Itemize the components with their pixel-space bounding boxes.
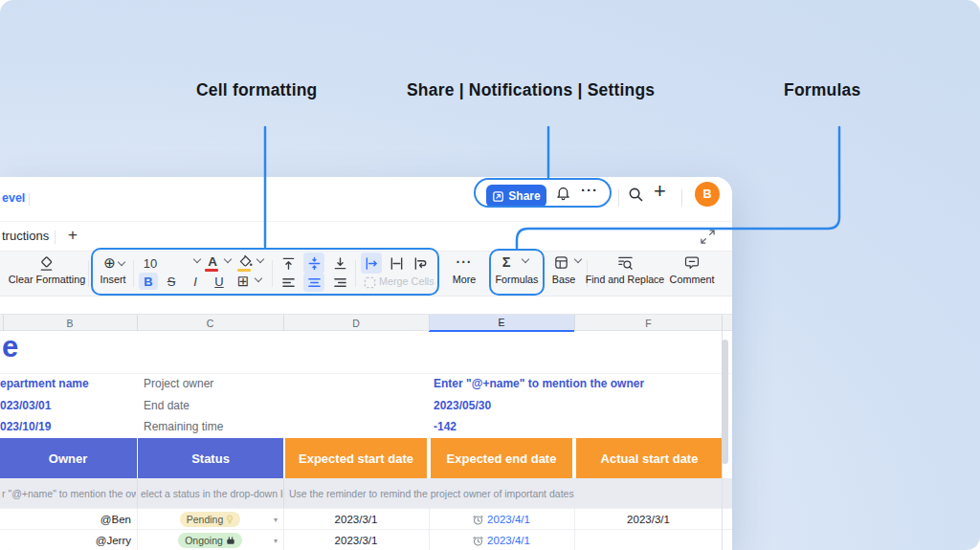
status-badge[interactable]: Pending xyxy=(180,512,241,527)
more-label[interactable]: More xyxy=(445,274,483,285)
row-separator xyxy=(0,373,732,374)
gridline xyxy=(429,508,430,550)
column-header-row: B C D E F xyxy=(0,314,732,331)
tutorial-graphic: Cell formatting Share | Notifications | … xyxy=(0,0,980,550)
column-header-b[interactable]: B xyxy=(3,315,137,331)
expand-toolbar-button[interactable] xyxy=(701,230,715,244)
annotation-share-notifications-settings: Share | Notifications | Settings xyxy=(407,80,655,100)
base-button[interactable] xyxy=(552,253,569,271)
comment-button[interactable] xyxy=(682,253,702,273)
hint-row: r "@+name" to mention the ow elect a sta… xyxy=(0,478,732,508)
cell-expected-end[interactable]: 2023/4/1 xyxy=(429,530,574,550)
cell-project-owner[interactable]: Project owner xyxy=(144,377,213,390)
clear-formatting-label[interactable]: Clear Formatting xyxy=(4,274,90,285)
bulb-icon xyxy=(226,515,234,524)
cell-status[interactable]: Ongoing xyxy=(137,530,283,550)
reminder-clock-icon xyxy=(473,536,483,546)
base-icon xyxy=(554,255,568,270)
column-header-c[interactable]: C xyxy=(137,315,283,331)
cell-remaining-time-value[interactable]: -142 xyxy=(434,420,457,433)
status-label: Ongoing xyxy=(185,535,223,546)
gridline xyxy=(574,315,575,331)
clear-formatting-button[interactable] xyxy=(36,254,56,274)
table-row: @Ben Pending ▾ 2023/3/1 2023/4/1 xyxy=(0,508,732,529)
find-replace-label[interactable]: Find and Replace xyxy=(584,274,666,285)
dropdown-arrow-icon[interactable]: ▾ xyxy=(274,516,278,524)
add-sheet-button[interactable]: + xyxy=(68,226,78,245)
base-dropdown[interactable] xyxy=(572,259,581,262)
cell-actual-start[interactable]: 2023/3/1 xyxy=(574,509,723,530)
cell-end-date-value[interactable]: 2023/05/30 xyxy=(434,399,491,412)
divider xyxy=(681,189,682,207)
table-header-expected-start[interactable]: Expected start date xyxy=(285,438,427,478)
divider xyxy=(88,260,89,287)
gridline xyxy=(137,478,138,508)
more-icon: ··· xyxy=(457,254,473,270)
reminder-date-link[interactable]: 2023/4/1 xyxy=(487,514,530,525)
hint-status: elect a status in the drop-down li xyxy=(141,478,283,508)
cell-remaining-time-label[interactable]: Remaining time xyxy=(144,420,223,433)
document-title[interactable]: evel xyxy=(2,191,25,205)
gridline xyxy=(283,508,284,550)
hint-reminder: Use the reminder to remind the project o… xyxy=(289,478,710,508)
avatar-initial: B xyxy=(702,187,711,201)
gridline xyxy=(137,508,138,550)
dropdown-arrow-icon[interactable]: ▾ xyxy=(274,537,278,545)
chevron-down-icon xyxy=(574,255,582,263)
divider xyxy=(29,193,30,206)
plus-icon: + xyxy=(654,179,666,204)
status-label: Pending xyxy=(187,514,224,525)
base-label[interactable]: Base xyxy=(545,274,583,285)
cell-department-name[interactable]: epartment name xyxy=(0,377,89,390)
comment-label[interactable]: Comment xyxy=(667,274,717,285)
comment-icon xyxy=(684,255,700,271)
annotation-cell-formatting: Cell formatting xyxy=(196,80,317,100)
callout-box-share-group xyxy=(474,178,612,208)
cell-expected-start[interactable]: 2023/3/1 xyxy=(283,530,429,550)
gridline xyxy=(283,315,284,331)
gridline xyxy=(3,315,4,331)
table-header-owner[interactable]: Owner xyxy=(0,438,137,478)
create-new-button[interactable]: + xyxy=(654,179,666,204)
cell-actual-start[interactable] xyxy=(574,530,723,550)
column-header-f[interactable]: F xyxy=(574,315,723,331)
column-header-e-selected[interactable]: E xyxy=(429,315,574,332)
cell-start-date[interactable]: 023/03/01 xyxy=(0,399,51,412)
find-replace-icon xyxy=(617,255,634,272)
avatar[interactable]: B xyxy=(695,182,720,207)
cell-mention-hint[interactable]: Enter "@+name" to mention the owner xyxy=(434,377,644,390)
gridline xyxy=(429,315,430,331)
column-header-d[interactable]: D xyxy=(283,315,429,331)
reminder-date-link[interactable]: 2023/4/1 xyxy=(487,535,530,546)
status-badge[interactable]: Ongoing xyxy=(178,533,242,548)
callout-box-cell-formatting xyxy=(91,248,439,296)
divider xyxy=(618,189,619,207)
callout-box-formulas xyxy=(489,249,545,296)
cell-date-2[interactable]: 023/10/19 xyxy=(0,420,51,433)
divider xyxy=(55,231,56,244)
window-header: evel Share ··· xyxy=(0,177,732,222)
more-tools-button[interactable]: ··· xyxy=(448,253,480,271)
cell-expected-end[interactable]: 2023/4/1 xyxy=(429,509,574,530)
table-row: @Jerry Ongoing ▾ 2023/3/1 2023/4/1 xyxy=(0,529,732,550)
cell-owner[interactable]: @Jerry xyxy=(0,530,137,550)
app-window: evel Share ··· xyxy=(0,177,732,550)
cell-owner[interactable]: @Ben xyxy=(0,509,137,530)
expand-icon xyxy=(701,230,715,244)
gridline xyxy=(137,315,138,331)
table-header-expected-end[interactable]: Expected end date xyxy=(431,438,572,478)
reminder-clock-icon xyxy=(473,515,483,525)
cell-end-date-label[interactable]: End date xyxy=(144,399,189,412)
tab-instructions[interactable]: tructions xyxy=(2,229,49,243)
vertical-scrollbar[interactable] xyxy=(722,340,728,464)
eraser-icon xyxy=(38,256,55,273)
find-replace-button[interactable] xyxy=(615,253,635,273)
search-button[interactable] xyxy=(628,187,644,203)
table-header-actual-start[interactable]: Actual start date xyxy=(576,438,723,478)
search-icon xyxy=(628,187,644,203)
table-header-status[interactable]: Status xyxy=(138,438,283,478)
gridline xyxy=(574,508,575,550)
gridline xyxy=(283,478,284,508)
cell-expected-start[interactable]: 2023/3/1 xyxy=(283,509,429,530)
cell-status[interactable]: Pending xyxy=(137,509,283,530)
